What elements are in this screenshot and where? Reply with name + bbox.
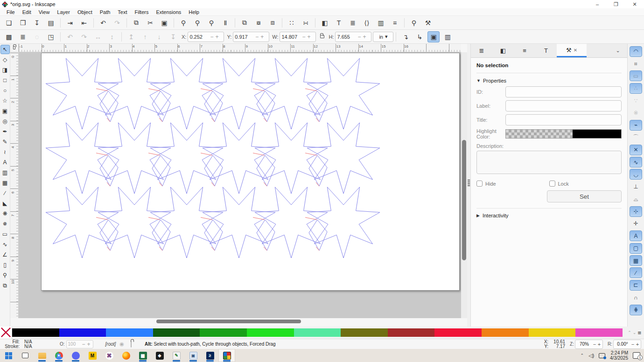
open-document-icon[interactable]: ❒ (17, 17, 29, 28)
zoom-value[interactable]: 70% (576, 341, 592, 347)
align-tab[interactable]: ≡ (514, 44, 535, 57)
flip-horizontal-icon[interactable]: ↔ (92, 31, 104, 42)
menu-help[interactable]: Help (185, 9, 203, 15)
snap-nodes-button[interactable]: ⌁ (630, 120, 642, 131)
kite-shape[interactable] (152, 155, 170, 186)
palette-swatch-maroon[interactable] (388, 328, 435, 337)
red-accent-segment[interactable] (305, 217, 317, 220)
spiral-tool[interactable]: ◎ (0, 117, 10, 126)
w-input[interactable] (281, 34, 301, 40)
snap-bbox-edges-button[interactable]: ▭ (630, 70, 642, 81)
snap-object-centers-button[interactable]: ⊹ (630, 206, 642, 217)
properties-expander[interactable]: ▼ Properties (476, 78, 622, 84)
snap-text-baselines-button[interactable]: A (630, 230, 642, 241)
layer-lock-icon[interactable] (128, 341, 134, 347)
print-document-icon[interactable]: ▤ (45, 17, 57, 28)
h-field[interactable]: − + (335, 32, 371, 42)
start-button[interactable] (0, 349, 17, 362)
spray-tool[interactable]: ✵ (0, 219, 10, 229)
menu-text[interactable]: Text (114, 9, 131, 15)
red-accent-segment[interactable] (253, 89, 265, 91)
selector-tool[interactable]: ↖ (0, 45, 10, 54)
zoom-tool[interactable]: ⚲ (0, 271, 10, 280)
file-explorer[interactable] (34, 349, 50, 362)
interactivity-expander[interactable]: ▶ Interactivity (476, 208, 622, 218)
opacity-spinbox[interactable]: 100 −+ (66, 340, 93, 348)
w-increment[interactable]: + (306, 34, 311, 40)
lower-to-bottom-icon[interactable]: ↧ (167, 31, 179, 42)
kite-shape[interactable] (204, 220, 223, 251)
spreadsheet-app[interactable]: ▦ (134, 349, 151, 362)
kite-shape[interactable] (309, 155, 327, 186)
cube-app[interactable] (218, 349, 235, 362)
panel-divider[interactable] (467, 44, 470, 327)
highlight-color-swatch[interactable] (505, 129, 622, 139)
zoom-drawing-icon[interactable]: ⚲ (191, 17, 203, 28)
duplicate-icon[interactable]: ⧉ (238, 17, 251, 28)
vertical-scrollbar[interactable] (461, 52, 467, 318)
gradient-tool[interactable]: ▥ (0, 168, 10, 177)
palette-swatch-azure[interactable] (106, 328, 153, 337)
red-accent-segment[interactable] (96, 153, 108, 155)
stroke-value[interactable]: N/A (20, 344, 41, 349)
discord[interactable] (67, 349, 84, 362)
w-field[interactable]: − + (280, 32, 316, 42)
snap-bbox-edge-midpoints-button[interactable]: ∵ (630, 95, 642, 106)
current-layer-indicator[interactable]: [root] (105, 341, 116, 347)
set-button[interactable]: Set (547, 190, 622, 202)
snap-bbox-corners-button[interactable]: ∴ (630, 83, 642, 94)
cut-icon[interactable]: ✂ (144, 17, 156, 28)
kite-shape[interactable] (257, 220, 275, 251)
red-accent-segment[interactable] (253, 217, 265, 220)
panel-divider-grip[interactable] (468, 179, 470, 187)
palette-menu-icon[interactable]: ≡ (637, 329, 641, 336)
taskbar-clock[interactable]: 2:24 PM 4/3/2025 (610, 350, 628, 361)
tweak-tool[interactable]: ❋ (0, 209, 10, 218)
align-distribute-dialog-icon[interactable]: ≡ (389, 17, 401, 28)
enable-snapping-button[interactable]: ◠ (630, 46, 642, 57)
y-decrement[interactable]: − (254, 34, 259, 40)
kite-shape[interactable] (309, 220, 327, 251)
red-accent-segment[interactable] (148, 153, 160, 155)
dropper-tool[interactable]: ∕ (0, 188, 10, 198)
eraser-tool[interactable]: ▭ (0, 230, 10, 239)
redo-icon[interactable]: ↷ (111, 17, 123, 28)
red-accent-segment[interactable] (96, 217, 108, 220)
lock-checkbox[interactable] (549, 181, 555, 187)
paste-icon[interactable]: ▣ (158, 17, 170, 28)
h-increment[interactable]: + (362, 34, 367, 40)
guide-lock-corner[interactable] (10, 44, 19, 52)
snap-page-border-button[interactable]: ▢ (630, 243, 642, 254)
import-icon[interactable]: ⇥ (64, 17, 76, 28)
kite-shape[interactable] (257, 155, 275, 186)
palette-swatch-red[interactable] (434, 328, 482, 337)
hide-checkbox[interactable] (476, 181, 483, 187)
find-replace-icon[interactable]: ⚲ (408, 17, 420, 28)
snap-line-midpoints-button[interactable]: ◡ (630, 169, 642, 180)
snap-tangential-button[interactable]: ⌓ (630, 194, 642, 204)
text-tool[interactable]: A (0, 158, 10, 167)
palette-swatch-olive[interactable] (341, 328, 388, 337)
group-icon[interactable]: ∷ (286, 17, 298, 28)
selection-cue-icon[interactable]: ◳ (45, 31, 57, 42)
m-app[interactable]: M (84, 349, 101, 362)
close-button[interactable]: ✕ (625, 0, 644, 8)
red-accent-segment[interactable] (148, 217, 160, 220)
text-dialog-icon[interactable]: T (333, 17, 345, 28)
units-dropdown[interactable]: in ▾ (373, 32, 393, 42)
fill-stroke-dialog-icon[interactable]: ◧ (319, 17, 331, 28)
mesh-tool[interactable]: ▦ (0, 178, 10, 188)
canvas-viewport[interactable] (19, 52, 461, 318)
red-accent-segment[interactable] (201, 89, 212, 91)
menu-edit[interactable]: Edit (19, 9, 35, 15)
calligraphy-tool[interactable]: ≀ (0, 147, 10, 157)
tray-pc-icon[interactable] (599, 353, 605, 358)
zoom-page-width-icon[interactable]: Ⅱ (219, 17, 231, 28)
no-color-swatch[interactable] (0, 327, 12, 339)
restore-button[interactable]: ❐ (607, 0, 625, 8)
select-all-icon[interactable]: ▩ (3, 31, 15, 42)
rotation-spinbox[interactable]: 0.00° −+ (613, 340, 641, 349)
rotate-ccw-icon[interactable]: ↶ (64, 31, 76, 42)
undo-icon[interactable]: ↶ (97, 17, 109, 28)
star-shape[interactable] (307, 123, 380, 194)
